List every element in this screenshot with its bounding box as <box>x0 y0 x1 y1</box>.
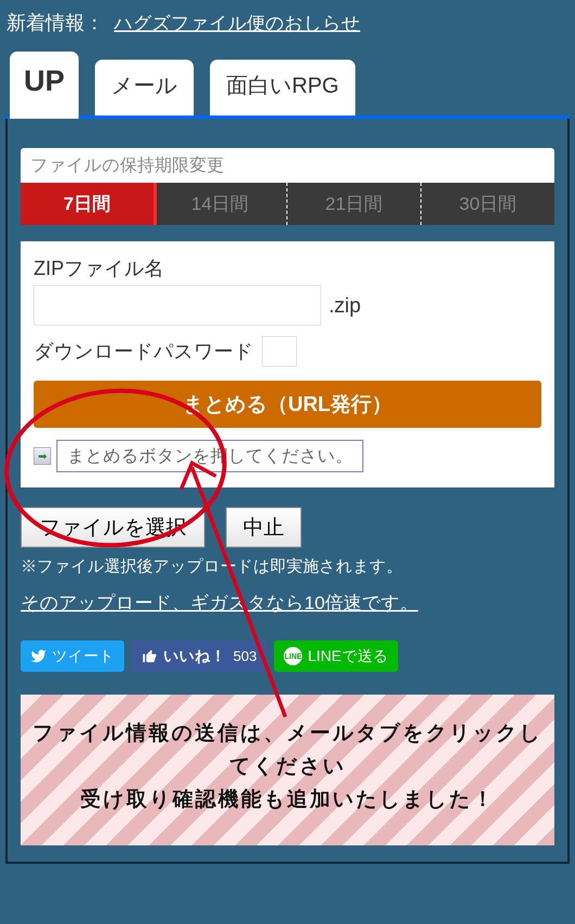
line-icon: LINE <box>284 647 302 665</box>
bundle-button[interactable]: まとめる（URL発行） <box>34 381 541 428</box>
line-label: LINEで送る <box>308 646 388 666</box>
tab-rpg[interactable]: 面白いRPG <box>210 60 355 116</box>
line-send-button[interactable]: LINE LINEで送る <box>274 640 398 672</box>
tweet-button[interactable]: ツイート <box>21 640 124 672</box>
password-label: ダウンロードパスワード <box>34 338 253 365</box>
info-line-1: ファイル情報の送信は、メールタブをクリックしてください <box>30 716 545 782</box>
zip-label: ZIPファイル名 <box>34 255 541 282</box>
retention-30d[interactable]: 30日間 <box>420 183 554 225</box>
speed-link[interactable]: そのアップロード、ギガスタなら10倍速です。 <box>21 591 418 615</box>
password-input[interactable] <box>262 336 297 367</box>
info-banner: ファイル情報の送信は、メールタブをクリックしてください 受け取り確認機能も追加い… <box>21 695 554 845</box>
like-count: 503 <box>233 648 257 665</box>
upload-note: ※ファイル選択後アップロードは即実施されます。 <box>21 555 554 578</box>
like-label: いいね！ <box>163 646 226 666</box>
retention-14d[interactable]: 14日間 <box>154 183 286 225</box>
tab-up[interactable]: UP <box>10 52 79 119</box>
retention-21d[interactable]: 21日間 <box>286 183 420 225</box>
hint-text: まとめるボタンを押してください。 <box>56 440 363 472</box>
tab-mail[interactable]: メール <box>95 60 194 116</box>
retention-tabs: 7日間 14日間 21日間 30日間 <box>21 183 554 225</box>
news-label: 新着情報： <box>7 10 104 36</box>
select-file-button[interactable]: ファイルを選択 <box>21 507 205 548</box>
thumbs-up-icon <box>142 648 158 664</box>
retention-title: ファイルの保持期限変更 <box>21 148 554 183</box>
retention-7d[interactable]: 7日間 <box>21 183 154 225</box>
like-button[interactable]: いいね！ 503 <box>132 640 266 672</box>
twitter-icon <box>30 648 47 664</box>
annotation-arrow <box>177 446 307 728</box>
news-header: 新着情報： ハグズファイル便のおしらせ <box>0 0 575 36</box>
zip-suffix: .zip <box>329 294 361 317</box>
cancel-button[interactable]: 中止 <box>226 507 302 548</box>
arrow-right-icon: ➡ <box>34 447 51 465</box>
social-row: ツイート いいね！ 503 LINE LINEで送る <box>21 640 554 672</box>
tweet-label: ツイート <box>52 646 114 666</box>
main-tabs: UP メール 面白いRPG <box>0 36 575 116</box>
form-box: ZIPファイル名 .zip ダウンロードパスワード まとめる（URL発行） ➡ … <box>21 241 554 487</box>
info-line-2: 受け取り確認機能も追加いたしました！ <box>30 782 545 816</box>
news-link[interactable]: ハグズファイル便のおしらせ <box>114 11 360 36</box>
zip-name-input[interactable] <box>34 285 321 325</box>
upload-panel: ファイルの保持期限変更 7日間 14日間 21日間 30日間 ZIPファイル名 … <box>5 119 570 864</box>
